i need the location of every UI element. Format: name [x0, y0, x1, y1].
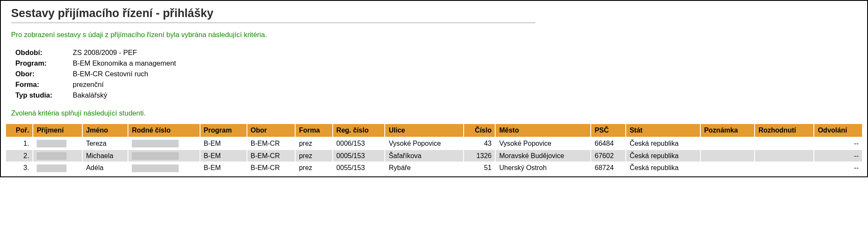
criteria-label-obor: Obor: — [15, 70, 71, 78]
col-odvolani: Odvolání — [814, 124, 862, 137]
criteria-row-forma: Forma: prezenční — [15, 79, 857, 90]
cell-poznamka — [701, 138, 755, 149]
table-row: 3. Adéla B-EM B-EM-CR prez 0055/153 Rybá… — [6, 162, 862, 174]
cell-odvolani: -- — [814, 138, 862, 149]
page-title: Sestavy přijímacího řízení - přihlášky — [11, 7, 857, 20]
col-rodne-cislo: Rodné číslo — [128, 124, 199, 137]
col-stat: Stát — [626, 124, 700, 137]
table-row: 2. Michaela B-EM B-EM-CR prez 0005/153 Š… — [6, 150, 862, 162]
criteria-value-obor: B-EM-CR Cestovní ruch — [73, 70, 148, 78]
cell-mesto: Moravské Budějovice — [496, 150, 590, 162]
criteria-row-obor: Obor: B-EM-CR Cestovní ruch — [15, 69, 857, 79]
students-table: Poř. Příjmení Jméno Rodné číslo Program … — [5, 123, 863, 175]
redacted-surname — [37, 140, 67, 147]
criteria-label-obdobi: Období: — [15, 49, 71, 57]
criteria-value-typ: Bakalářský — [73, 91, 107, 99]
col-reg-cislo: Reg. číslo — [333, 124, 385, 137]
cell-mesto: Uherský Ostroh — [496, 162, 590, 174]
criteria-value-forma: prezenční — [73, 81, 104, 88]
cell-cislo: 51 — [464, 162, 495, 174]
cell-ulice: Šafaříkova — [385, 150, 463, 162]
col-obor: Obor — [247, 124, 295, 137]
col-jmeno: Jméno — [83, 124, 128, 137]
criteria-row-program: Program: B-EM Ekonomika a management — [15, 58, 857, 69]
criteria-value-obdobi: ZS 2008/2009 - PEF — [73, 49, 137, 56]
cell-jmeno: Adéla — [83, 162, 128, 174]
cell-psc: 67602 — [591, 150, 625, 162]
cell-rodne-cislo — [128, 138, 199, 149]
cell-obor: B-EM-CR — [247, 150, 295, 162]
cell-cislo: 1326 — [464, 150, 495, 162]
col-psc: PSČ — [591, 124, 625, 137]
cell-jmeno: Tereza — [83, 138, 128, 149]
criteria-value-program: B-EM Ekonomika a management — [73, 59, 176, 67]
students-note: Zvolená kritéria splňují následující stu… — [11, 109, 857, 117]
col-por: Poř. — [6, 124, 32, 137]
cell-obor: B-EM-CR — [247, 138, 295, 149]
cell-reg-cislo: 0055/153 — [333, 162, 385, 174]
cell-stat: Česká republika — [626, 162, 700, 174]
redacted-rc — [132, 164, 179, 172]
title-divider — [11, 23, 535, 23]
cell-program: B-EM — [200, 162, 247, 174]
cell-forma: prez — [296, 150, 332, 162]
col-rozhodnuti: Rozhodnutí — [755, 124, 813, 137]
cell-stat: Česká republika — [626, 150, 700, 162]
redacted-rc — [132, 152, 179, 160]
redacted-rc — [132, 140, 179, 147]
col-ulice: Ulice — [385, 124, 463, 137]
cell-jmeno: Michaela — [83, 150, 128, 162]
criteria-row-typ: Typ studia: Bakalářský — [15, 90, 857, 101]
cell-reg-cislo: 0005/153 — [333, 150, 385, 162]
cell-ulice: Rybáře — [385, 162, 463, 174]
cell-poznamka — [701, 150, 755, 162]
cell-cislo: 43 — [464, 138, 495, 149]
redacted-surname — [37, 164, 67, 172]
cell-mesto: Vysoké Popovice — [496, 138, 590, 149]
cell-rozhodnuti — [755, 162, 813, 174]
cell-por: 3. — [6, 162, 32, 174]
cell-prijmeni — [33, 138, 81, 149]
cell-odvolani: -- — [814, 150, 862, 162]
cell-rodne-cislo — [128, 162, 199, 174]
cell-program: B-EM — [200, 150, 247, 162]
cell-rodne-cislo — [128, 150, 199, 162]
cell-forma: prez — [296, 162, 332, 174]
app-frame: Sestavy přijímacího řízení - přihlášky P… — [0, 0, 868, 177]
cell-forma: prez — [296, 138, 332, 149]
table-row: 1. Tereza B-EM B-EM-CR prez 0006/153 Vys… — [6, 138, 862, 149]
cell-odvolani: -- — [814, 162, 862, 174]
col-cislo: Číslo — [464, 124, 495, 137]
col-poznamka: Poznámka — [701, 124, 755, 137]
intro-note: Pro zobrazení sestavy s údaji z přijímac… — [11, 31, 857, 39]
cell-prijmeni — [33, 162, 81, 174]
cell-prijmeni — [33, 150, 81, 162]
cell-por: 2. — [6, 150, 32, 162]
cell-psc: 68724 — [591, 162, 625, 174]
content-area: Sestavy přijímacího řízení - přihlášky P… — [1, 1, 867, 117]
col-forma: Forma — [296, 124, 332, 137]
col-mesto: Město — [496, 124, 590, 137]
criteria-block: Období: ZS 2008/2009 - PEF Program: B-EM… — [15, 47, 857, 101]
cell-reg-cislo: 0006/153 — [333, 138, 385, 149]
criteria-label-program: Program: — [15, 59, 71, 67]
cell-stat: Česká republika — [626, 138, 700, 149]
criteria-label-forma: Forma: — [15, 81, 71, 89]
criteria-row-obdobi: Období: ZS 2008/2009 - PEF — [15, 47, 857, 58]
cell-psc: 66484 — [591, 138, 625, 149]
redacted-surname — [37, 152, 67, 160]
table-header-row: Poř. Příjmení Jméno Rodné číslo Program … — [6, 124, 862, 137]
cell-program: B-EM — [200, 138, 247, 149]
col-program: Program — [200, 124, 247, 137]
cell-rozhodnuti — [755, 150, 813, 162]
col-prijmeni: Příjmení — [33, 124, 81, 137]
cell-ulice: Vysoké Popovice — [385, 138, 463, 149]
criteria-label-typ: Typ studia: — [15, 91, 71, 99]
cell-poznamka — [701, 162, 755, 174]
cell-obor: B-EM-CR — [247, 162, 295, 174]
cell-rozhodnuti — [755, 138, 813, 149]
cell-por: 1. — [6, 138, 32, 149]
